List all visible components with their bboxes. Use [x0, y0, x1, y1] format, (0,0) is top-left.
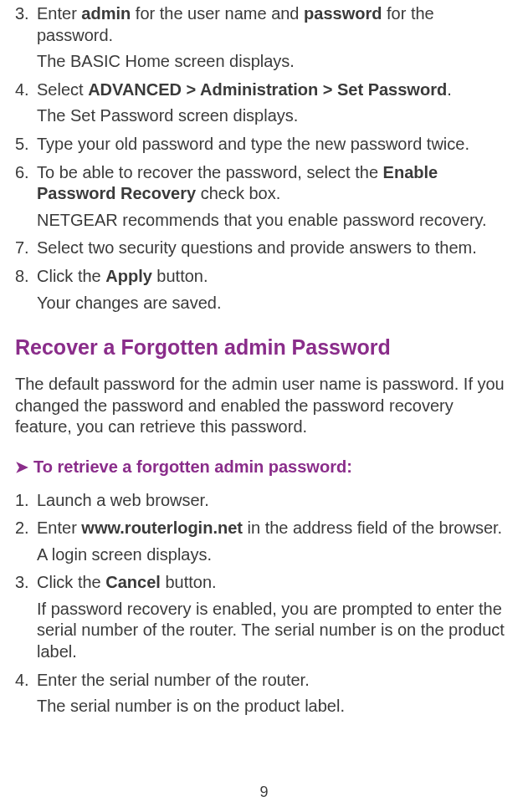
list-number: 4. [15, 670, 29, 692]
recover-password-item: 2.Enter www.routerlogin.net in the addre… [15, 518, 513, 565]
change-password-item: 6.To be able to recover the password, se… [15, 162, 513, 232]
list-item-subtext: If password recovery is enabled, you are… [37, 599, 513, 663]
list-number: 4. [15, 79, 29, 101]
bold-text: Apply [105, 267, 152, 285]
procedure-label: To retrieve a forgotten admin password: [33, 457, 513, 478]
list-item-text: Select ADVANCED > Administration > Set P… [37, 79, 513, 101]
list-number: 8. [15, 266, 29, 288]
bold-text: Enable Password Recovery [37, 163, 438, 203]
list-item-text: Click the Cancel button. [37, 572, 513, 594]
bold-text: password [304, 4, 382, 23]
list-number: 3. [15, 3, 29, 25]
list-item-subtext: A login screen displays. [37, 544, 513, 566]
recover-password-item: 1.Launch a web browser. [15, 490, 513, 512]
list-number: 5. [15, 134, 29, 156]
bold-text: ADVANCED > Administration > Set Password [88, 80, 447, 99]
list-item-text: Launch a web browser. [37, 490, 513, 512]
change-password-item: 4.Select ADVANCED > Administration > Set… [15, 79, 513, 127]
ordered-list-change-password: 3.Enter admin for the user name and pass… [15, 3, 513, 314]
page-number: 9 [0, 783, 528, 802]
list-item-subtext: The serial number is on the product labe… [37, 696, 513, 718]
bold-text: www.routerlogin.net [81, 518, 243, 537]
list-item-subtext: NETGEAR recommends that you enable passw… [37, 210, 513, 232]
list-number: 1. [15, 490, 29, 512]
change-password-item: 3.Enter admin for the user name and pass… [15, 3, 513, 73]
list-item-subtext: The Set Password screen displays. [37, 105, 513, 127]
section-heading: Recover a Forgotten admin Password [15, 334, 513, 360]
list-number: 3. [15, 572, 29, 594]
list-item-subtext: The BASIC Home screen displays. [37, 51, 513, 73]
change-password-item: 5.Type your old password and type the ne… [15, 134, 513, 156]
bold-text: Cancel [105, 573, 161, 591]
list-item-text: To be able to recover the password, sele… [37, 162, 513, 205]
list-item-text: Type your old password and type the new … [37, 134, 513, 156]
list-item-text: Enter admin for the user name and passwo… [37, 3, 513, 46]
list-number: 6. [15, 162, 29, 184]
recover-password-item: 4.Enter the serial number of the router.… [15, 670, 513, 718]
arrow-icon: ➤ [15, 459, 33, 475]
procedure-heading: ➤ To retrieve a forgotten admin password… [15, 457, 513, 478]
list-item-text: Select two security questions and provid… [37, 237, 513, 259]
list-item-subtext: Your changes are saved. [37, 293, 513, 314]
intro-paragraph: The default password for the admin user … [15, 374, 513, 438]
ordered-list-recover-password: 1.Launch a web browser.2.Enter www.route… [15, 490, 513, 718]
list-item-text: Click the Apply button. [37, 266, 513, 288]
recover-password-item: 3.Click the Cancel button.If password re… [15, 572, 513, 662]
change-password-item: 7.Select two security questions and prov… [15, 237, 513, 259]
bold-text: admin [81, 4, 131, 23]
change-password-item: 8.Click the Apply button.Your changes ar… [15, 266, 513, 314]
list-item-text: Enter the serial number of the router. [37, 670, 513, 692]
list-item-text: Enter www.routerlogin.net in the address… [37, 518, 513, 539]
list-number: 7. [15, 237, 29, 259]
list-number: 2. [15, 518, 29, 539]
